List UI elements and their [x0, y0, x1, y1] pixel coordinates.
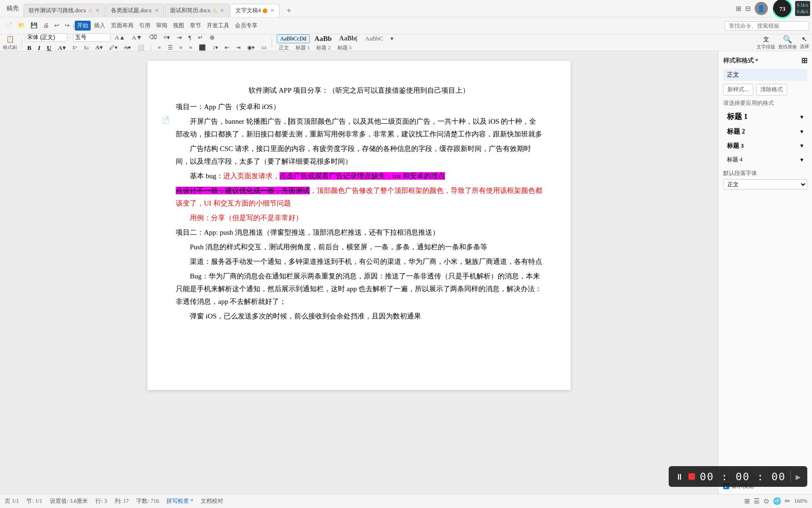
new-tab-btn[interactable]: ＋: [281, 4, 297, 17]
tab-3[interactable]: 面试和简历.docx ⚠ ✕: [165, 4, 229, 17]
current-style-label: 正文: [727, 71, 739, 78]
heading-2-style[interactable]: 标题 2 ▾: [723, 126, 807, 138]
font-size-select[interactable]: [73, 33, 110, 42]
tab-1-close[interactable]: ✕: [95, 8, 100, 14]
format-toolbar: 📋 格式刷 - A▲ A▼ ⌫ ≡▾ ⇥ ¶ ↵ ⊕ B I U A▾ X² X…: [0, 34, 812, 51]
font-family-select[interactable]: [25, 33, 67, 42]
heading-4-style[interactable]: 标题 4 ▾: [723, 154, 807, 166]
menu-start[interactable]: 开始: [75, 21, 91, 31]
doc-content[interactable]: 软件测试 APP 项目分享：（听完之后可以直接借鉴使用到自己项目上） 项目一：A…: [176, 84, 542, 323]
heading-1-style[interactable]: 标题 1 ▾: [723, 110, 807, 124]
sidebar-hint: 请选择要应用的格式: [723, 99, 807, 107]
select-btn[interactable]: ↖ 选择: [800, 35, 809, 50]
superscript-btn[interactable]: X²: [70, 44, 79, 51]
bold-btn[interactable]: B: [25, 44, 34, 52]
menu-layout[interactable]: 页面布局: [109, 21, 136, 31]
format-list-options[interactable]: ≡▾: [161, 33, 172, 42]
subscript-btn[interactable]: X₂: [81, 44, 91, 51]
tab-2-close[interactable]: ✕: [155, 8, 159, 14]
tab-4-close[interactable]: ✕: [270, 8, 274, 14]
status-bar: 页 1/1 节: 1/1 设置值: 3.6厘米 行: 3 列: 17 字数: 7…: [0, 494, 812, 508]
view-icon-3[interactable]: ⊙: [764, 497, 769, 505]
user-avatar[interactable]: 👤: [755, 2, 768, 15]
tb-new[interactable]: 📄: [3, 21, 15, 30]
new-style-btn[interactable]: 新样式...: [723, 84, 753, 95]
progress-text: 73: [779, 5, 786, 12]
tb-redo[interactable]: ↪: [62, 21, 72, 30]
timer-expand[interactable]: ▶: [796, 472, 801, 482]
sidebar-expand-icon[interactable]: ⊞: [801, 56, 807, 65]
default-para-select[interactable]: 正文: [723, 179, 807, 190]
underline-btn[interactable]: U: [45, 44, 54, 52]
style-normal[interactable]: AaBbCcDd: [277, 34, 310, 43]
style-label-h3: 标题 3: [336, 44, 353, 51]
menu-dev[interactable]: 开发工具: [204, 21, 232, 31]
view-icon-5[interactable]: ✏: [785, 497, 790, 505]
tab-3-close[interactable]: ✕: [220, 8, 224, 14]
tab-4[interactable]: 文字文稿4 ✕: [230, 4, 280, 17]
timer-pause-btn[interactable]: ⏸: [675, 472, 684, 482]
tb-undo[interactable]: ↩: [52, 21, 62, 30]
status-line: 行: 3: [95, 497, 107, 505]
text-usecase: 用例：分享（但是写的不是非常好）: [190, 214, 303, 222]
format-misc1[interactable]: ¶: [186, 33, 194, 42]
doc-area[interactable]: 📄 软件测试 APP 项目分享：（听完之后可以直接借鉴使用到自己项目上） 项目一…: [0, 51, 718, 494]
doc-proj2-heading: 项目二：App: push 消息推送（弹窗型推送，顶部消息栏推送，还有下拉框消息…: [176, 226, 542, 239]
status-spell[interactable]: 拼写检查 *: [166, 497, 193, 505]
find-replace-label: 查找替换: [778, 44, 797, 50]
style-h3[interactable]: AaBbC: [362, 34, 386, 43]
align-sep: |: [150, 44, 151, 51]
tab-1-label: 软件测试学习路线.docx: [29, 7, 86, 15]
tb-print[interactable]: 🖨: [41, 21, 51, 30]
style-label-normal: 正文: [277, 44, 291, 51]
paste-icon[interactable]: 📋: [4, 34, 16, 44]
font-smaller[interactable]: A▼: [129, 33, 144, 42]
style-expand[interactable]: ▾: [388, 34, 396, 43]
tab-3-warn-icon: ⚠: [212, 8, 217, 14]
menu-chapter[interactable]: 章节: [187, 21, 203, 31]
tab-2[interactable]: 各类面试题.docx ✕: [106, 4, 164, 17]
view-icon-2[interactable]: ☰: [754, 497, 760, 505]
timer-sep: [790, 471, 791, 482]
style-h2[interactable]: AaBb(: [336, 34, 360, 43]
status-compare[interactable]: 文档校对: [201, 497, 223, 505]
window-grid-icon[interactable]: ⊟: [745, 5, 751, 13]
tab-4-label: 文字文稿4: [235, 7, 261, 15]
font-bigger[interactable]: A▲: [112, 33, 127, 42]
view-icon-4[interactable]: 🌐: [773, 497, 781, 505]
current-style-item[interactable]: 正文: [723, 69, 807, 81]
text-cursor: [289, 118, 289, 125]
text-format-btn[interactable]: 文 文字排版: [757, 35, 775, 50]
doc-p7: Push 消息的样式和交互，测试用例角度，前后台，横竖屏，一条，多条，通知栏的一…: [176, 241, 542, 254]
format-misc3[interactable]: ⊕: [207, 33, 217, 42]
timer-stop-btn[interactable]: [688, 472, 695, 482]
menu-view[interactable]: 视图: [171, 21, 187, 31]
heading-3-style[interactable]: 标题 3 ▾: [723, 140, 807, 152]
italic-btn[interactable]: I: [36, 44, 43, 52]
menu-review[interactable]: 审阅: [154, 21, 170, 31]
window-layout-icon[interactable]: ⊞: [736, 5, 742, 13]
margin-icon: 📄: [162, 116, 170, 124]
clear-format[interactable]: ⌫: [147, 33, 159, 42]
tab-1[interactable]: 软件测试学习路线.docx ⚠ ✕: [23, 4, 105, 17]
tb-open[interactable]: 📁: [16, 21, 27, 30]
tab-2-label: 各类面试题.docx: [111, 7, 151, 15]
style-h1[interactable]: AaBb: [312, 34, 335, 43]
doc-p4b: 点设计不一致，建议优化成一致，方面测试，顶部颜色广告修改了整个顶部框架的颜色，导…: [176, 184, 542, 210]
text-format-icon: 文: [763, 35, 769, 44]
menu-tabs: 开始 插入 页面布局 引用 审阅 视图 章节 开发工具 会员专享: [75, 21, 260, 31]
timer-display: 00 : 00 : 00: [700, 471, 786, 483]
clear-style-btn[interactable]: 清除格式: [756, 84, 787, 95]
app-title: 稿壳: [2, 4, 23, 13]
format-misc2[interactable]: ↵: [195, 33, 205, 42]
view-icon-1[interactable]: ⊞: [744, 497, 750, 505]
text-bug-normal: 进入页面发请求，: [223, 172, 280, 180]
menu-vip[interactable]: 会员专享: [233, 21, 260, 31]
format-indent[interactable]: ⇥: [174, 33, 184, 42]
find-replace-btn[interactable]: 🔍 查找替换: [778, 35, 797, 50]
heading-2-label: 标题 2: [727, 127, 745, 136]
search-input[interactable]: [725, 21, 809, 31]
menu-references[interactable]: 引用: [137, 21, 153, 31]
tb-save[interactable]: 💾: [28, 21, 40, 30]
menu-insert[interactable]: 插入: [92, 21, 108, 31]
